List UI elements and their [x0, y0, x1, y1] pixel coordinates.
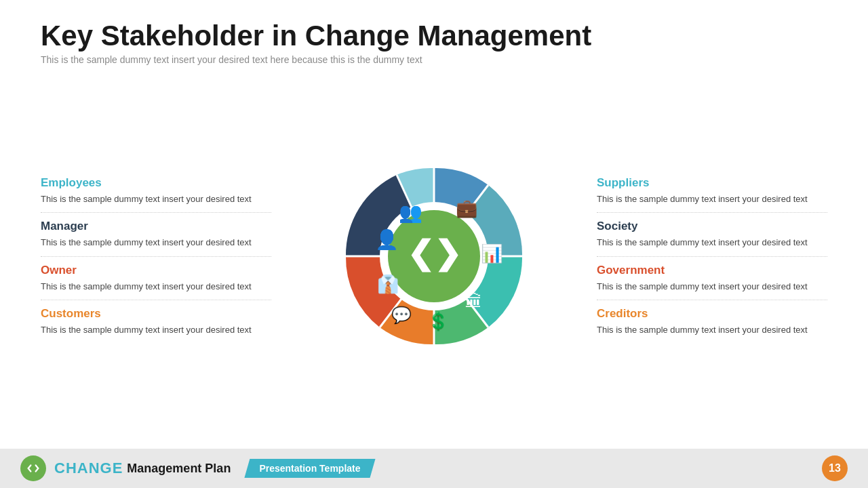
right-panel: Suppliers This is the sample dummy text …: [597, 169, 827, 344]
suppliers-text: This is the sample dummy text insert you…: [597, 192, 827, 206]
stakeholder-customers: Customers This is the sample dummy text …: [41, 300, 271, 344]
stakeholder-employees: Employees This is the sample dummy text …: [41, 169, 271, 214]
footer-badge: Presentation Template: [244, 459, 375, 478]
slide: Key Stakeholder in Change Management Thi…: [0, 0, 868, 488]
svg-text:🏛: 🏛: [465, 291, 482, 311]
manager-text: This is the sample dummy text insert you…: [41, 236, 271, 249]
main-content: Key Stakeholder in Change Management Thi…: [0, 0, 868, 449]
footer-page-number: 13: [822, 455, 848, 481]
employees-text: This is the sample dummy text insert you…: [41, 192, 271, 206]
society-title: Society: [597, 220, 827, 233]
government-text: This is the sample dummy text insert you…: [597, 280, 827, 293]
stakeholder-owner: Owner This is the sample dummy text inse…: [41, 257, 271, 301]
title-section: Key Stakeholder in Change Management Thi…: [41, 20, 827, 65]
svg-text:👥: 👥: [399, 201, 422, 224]
stakeholder-suppliers: Suppliers This is the sample dummy text …: [597, 169, 827, 214]
stakeholder-manager: Manager This is the sample dummy text in…: [41, 213, 271, 257]
owner-text: This is the sample dummy text insert you…: [41, 280, 271, 293]
footer-subtitle: Management Plan: [127, 462, 231, 476]
svg-text:💼: 💼: [456, 197, 478, 219]
svg-text:💲: 💲: [427, 310, 450, 332]
employees-title: Employees: [41, 176, 271, 190]
left-panel: Employees This is the sample dummy text …: [41, 169, 271, 344]
main-title: Key Stakeholder in Change Management: [41, 20, 827, 52]
stakeholder-creditors: Creditors This is the sample dummy text …: [597, 300, 827, 344]
center-diagram: ❮❯ 👥 💼 📊 🏛 💲 💬 👔: [292, 114, 576, 399]
creditors-text: This is the sample dummy text insert you…: [597, 323, 827, 337]
stakeholder-society: Society This is the sample dummy text in…: [597, 213, 827, 257]
subtitle: This is the sample dummy text insert you…: [41, 54, 827, 65]
stakeholder-government: Government This is the sample dummy text…: [597, 257, 827, 301]
customers-title: Customers: [41, 307, 271, 321]
svg-text:💬: 💬: [391, 305, 412, 325]
footer: CHANGE Management Plan Presentation Temp…: [0, 449, 868, 488]
footer-brand: CHANGE: [54, 460, 123, 477]
creditors-title: Creditors: [597, 307, 827, 321]
society-text: This is the sample dummy text insert you…: [597, 236, 827, 249]
customers-text: This is the sample dummy text insert you…: [41, 323, 271, 337]
manager-title: Manager: [41, 220, 271, 233]
svg-text:👤: 👤: [375, 228, 399, 251]
content-area: Employees This is the sample dummy text …: [41, 70, 827, 442]
suppliers-title: Suppliers: [597, 176, 827, 190]
svg-text:👔: 👔: [377, 273, 399, 295]
owner-title: Owner: [41, 264, 271, 277]
svg-text:📊: 📊: [481, 243, 503, 264]
svg-text:❮❯: ❮❯: [407, 235, 461, 272]
government-title: Government: [597, 264, 827, 277]
footer-logo: [20, 455, 46, 481]
